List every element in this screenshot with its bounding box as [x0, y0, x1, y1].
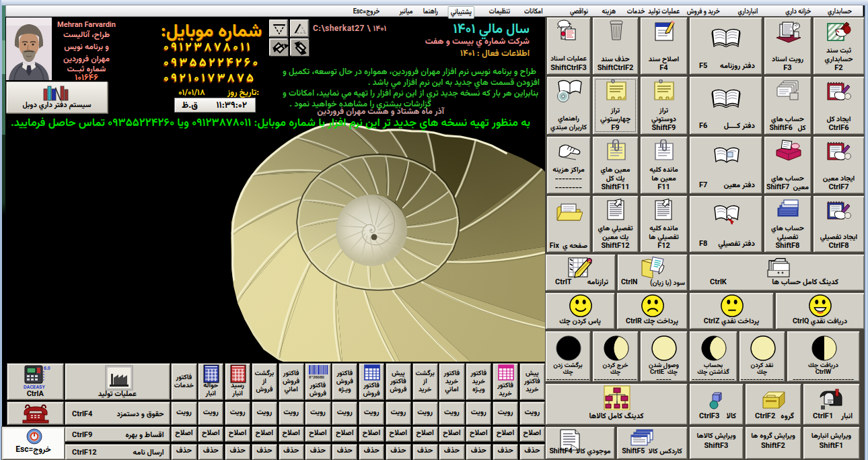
svg-text:6.0: 6.0	[44, 366, 50, 370]
svg-text:6"26080: 6"26080	[309, 375, 325, 379]
